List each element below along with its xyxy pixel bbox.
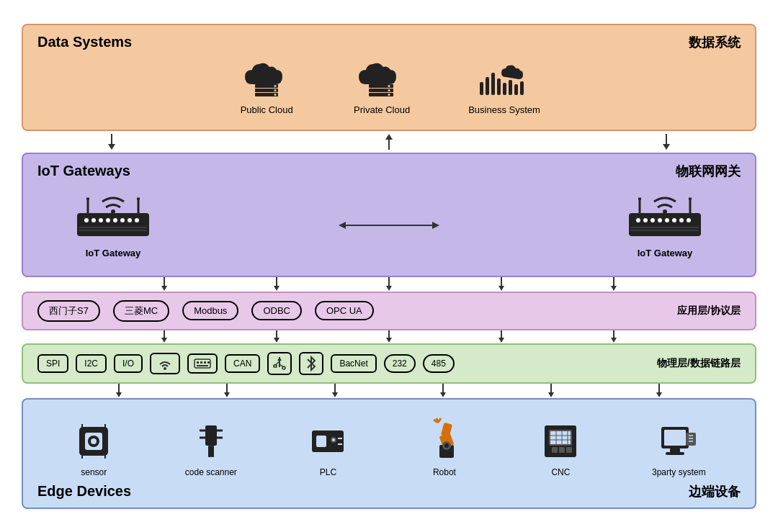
protocol-physical-arrows [22,330,756,343]
arrow-down-right [663,134,670,150]
svg-point-10 [388,89,390,91]
physical-io: I/O [114,354,143,373]
private-cloud-item: Private Cloud [353,57,411,115]
svg-point-31 [120,218,125,222]
edge-icons-row: sensor code scanner [37,408,741,483]
svg-point-33 [135,218,139,222]
physical-bacnet: BacNet [331,354,376,373]
svg-rect-13 [486,77,489,95]
svg-point-9 [388,85,390,87]
svg-rect-105 [559,447,565,453]
svg-rect-44 [629,213,701,236]
business-system-icon [475,57,533,100]
private-cloud-icon [353,57,411,100]
physical-bluetooth [299,352,323,375]
svg-rect-104 [552,447,558,453]
svg-rect-106 [566,447,572,453]
gateway-bidirectional-arrow [160,218,618,233]
svg-point-30 [113,218,117,222]
iot-gateways-icons: IoT Gateway [37,186,741,266]
svg-point-46 [643,218,648,222]
svg-point-92 [444,443,449,448]
svg-rect-61 [197,365,208,366]
svg-rect-111 [686,433,696,446]
protocol-badge-siemens: 西门子S7 [37,300,100,322]
svg-rect-17 [509,80,512,95]
svg-point-50 [672,218,676,222]
svg-rect-18 [514,84,518,95]
svg-point-28 [99,218,103,222]
physical-wifi [150,353,180,374]
protocol-badge-odbc: ODBC [251,301,302,320]
code-scanner-label: code scanner [185,467,237,477]
robot-label: Robot [433,467,456,477]
robot-item: Robot [419,412,470,477]
svg-rect-109 [670,448,680,452]
ds-iot-arrows [22,131,756,153]
svg-rect-19 [520,81,524,95]
svg-point-3 [274,85,277,87]
svg-rect-25 [77,213,149,236]
svg-point-26 [84,218,89,222]
sensor-icon [72,420,115,463]
iot-gateways-title-zh: 物联网网关 [676,163,741,180]
svg-rect-82 [316,436,326,447]
cnc-item: CNC [539,420,582,477]
svg-point-27 [91,218,96,222]
public-cloud-item: Public Cloud [238,57,295,115]
physical-usb [267,352,292,375]
robot-icon [419,412,470,463]
svg-rect-74 [205,425,217,446]
svg-point-5 [274,94,277,96]
data-systems-title-en: Data Systems [37,34,132,50]
router-left-icon [66,193,160,243]
svg-rect-12 [480,82,483,95]
public-cloud-icon [238,57,295,100]
physical-485: 485 [423,354,455,373]
business-system-label: Business System [468,104,540,115]
physical-i2c: I2C [76,354,107,373]
3party-label: 3party system [652,467,706,477]
iot-gateways-title-en: IoT Gateways [37,163,130,179]
svg-marker-36 [339,222,346,229]
svg-rect-14 [491,73,495,95]
svg-point-4 [274,89,277,91]
svg-point-48 [658,218,662,222]
data-systems-title-zh: 数据系统 [689,34,741,51]
svg-rect-90 [441,422,452,436]
protocol-badge-modbus: Modbus [182,301,238,320]
svg-marker-63 [277,357,282,361]
svg-rect-60 [207,361,210,364]
protocol-badge-opcua: OPC UA [315,301,374,320]
svg-rect-16 [503,83,506,95]
physical-edge-arrows [22,384,756,398]
3party-icon [657,420,700,463]
protocol-layer-title: 应用层/协议层 [677,305,741,317]
svg-marker-38 [432,222,439,229]
router-right-icon [618,193,712,243]
data-systems-layer: Data Systems 数据系统 Public Cloud [22,24,756,131]
physical-serial [187,353,218,374]
svg-point-52 [687,218,691,222]
physical-spi: SPI [37,354,68,373]
arrow-down-left [108,134,115,150]
plc-item: PLC [306,420,349,477]
physical-232: 232 [384,354,416,373]
arrow-up-middle [385,134,393,150]
iot-gateway-right: IoT Gateway [618,193,712,258]
svg-point-55 [164,367,166,370]
svg-point-84 [332,438,335,441]
svg-point-47 [650,218,655,222]
svg-point-51 [679,218,684,222]
svg-rect-57 [197,361,199,364]
data-systems-icons: Public Cloud Private Cloud [37,57,741,120]
plc-label: PLC [320,467,336,477]
iot-gateway-left: IoT Gateway [66,193,160,258]
private-cloud-label: Private Cloud [354,104,410,115]
svg-line-95 [438,418,441,423]
main-diagram: Data Systems 数据系统 Public Cloud [22,24,756,509]
svg-point-11 [388,94,390,96]
physical-can: CAN [225,354,260,373]
svg-rect-58 [200,361,202,364]
iot-gateway-left-label: IoT Gateway [86,248,141,258]
